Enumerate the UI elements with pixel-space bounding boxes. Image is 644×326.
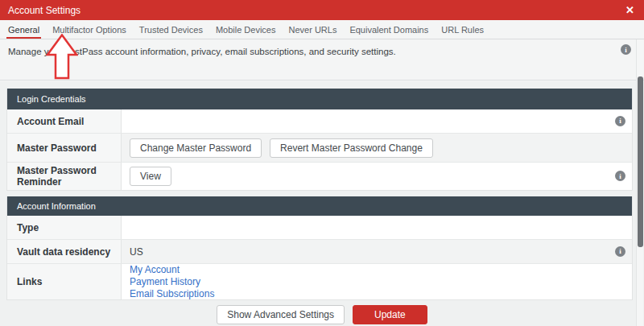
row-value: i (122, 109, 632, 133)
info-icon[interactable]: i (615, 171, 625, 181)
account-information-section: Account Information Type Vault data resi… (6, 196, 633, 300)
links-stack: My Account Payment History Email Subscri… (130, 264, 214, 300)
close-icon[interactable]: ✕ (625, 5, 634, 15)
tab-equivalent-domains[interactable]: Equivalent Domains (343, 20, 435, 39)
description-text: Manage your LastPass account information… (8, 47, 396, 56)
tab-bar: General Multifactor Options Trusted Devi… (0, 20, 644, 39)
tab-mobile-devices[interactable]: Mobile Devices (209, 20, 283, 39)
row-label: Account Email (7, 109, 122, 133)
table-row-account-email: Account Email i (7, 109, 632, 134)
row-label: Vault data residency (7, 240, 122, 263)
page-title: Account Settings (8, 5, 80, 16)
scrollbar-thumb[interactable] (638, 76, 643, 247)
vault-data-residency-value: US (130, 246, 143, 258)
email-subscriptions-link[interactable]: Email Subscriptions (130, 288, 214, 300)
revert-master-password-change-button[interactable]: Revert Master Password Change (270, 138, 433, 158)
row-label: Type (7, 216, 122, 239)
info-icon[interactable]: i (615, 116, 625, 126)
row-value: US i (122, 240, 632, 263)
footer: Show Advanced Settings Update (0, 305, 644, 324)
view-reminder-button[interactable]: View (130, 167, 171, 186)
modal-header: Account Settings ✕ (0, 0, 644, 20)
payment-history-link[interactable]: Payment History (130, 276, 214, 288)
page-description: Manage your LastPass account information… (0, 39, 644, 80)
section-header-login-credentials: Login Credentials (7, 89, 632, 109)
row-value: Change Master Password Revert Master Pas… (122, 134, 632, 162)
my-account-link[interactable]: My Account (130, 264, 214, 276)
top-area: General Multifactor Options Trusted Devi… (0, 20, 644, 81)
table-row-vault-data-residency: Vault data residency US i (7, 240, 632, 264)
row-label: Master Password Reminder (7, 163, 122, 190)
login-credentials-section: Login Credentials Account Email i Master… (6, 89, 633, 191)
info-icon[interactable]: i (621, 44, 631, 55)
row-label: Links (7, 264, 122, 299)
scrollbar-track[interactable] (636, 39, 643, 326)
tab-url-rules[interactable]: URL Rules (435, 20, 490, 39)
table-row-master-password: Master Password Change Master Password R… (7, 134, 632, 163)
row-value: View i (122, 163, 632, 190)
row-value (122, 216, 632, 239)
tab-general[interactable]: General (2, 20, 46, 39)
row-value: My Account Payment History Email Subscri… (122, 264, 632, 299)
update-button[interactable]: Update (353, 305, 427, 324)
table-row-master-password-reminder: Master Password Reminder View i (7, 163, 632, 190)
tab-never-urls[interactable]: Never URLs (283, 20, 344, 39)
tab-multifactor-options[interactable]: Multifactor Options (46, 20, 133, 39)
table-row-type: Type (7, 216, 632, 240)
tab-trusted-devices[interactable]: Trusted Devices (133, 20, 209, 39)
info-icon[interactable]: i (615, 246, 625, 257)
section-header-account-information: Account Information (7, 196, 632, 216)
show-advanced-settings-button[interactable]: Show Advanced Settings (217, 305, 345, 324)
change-master-password-button[interactable]: Change Master Password (130, 138, 262, 158)
row-label: Master Password (7, 134, 122, 162)
table-row-links: Links My Account Payment History Email S… (7, 264, 632, 299)
